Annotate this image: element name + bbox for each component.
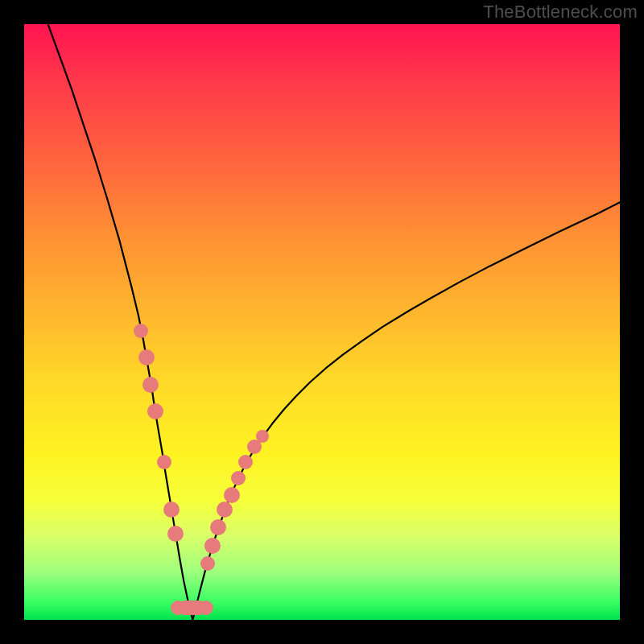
marker-dot-right-5 bbox=[231, 471, 246, 485]
curve-layer bbox=[24, 24, 620, 620]
marker-dot-left-1 bbox=[138, 349, 155, 365]
marker-dot-left-0 bbox=[134, 324, 148, 338]
marker-dot-right-1 bbox=[204, 538, 221, 554]
marker-dot-left-5 bbox=[163, 502, 180, 518]
chart-frame: TheBottleneck.com bbox=[0, 0, 644, 644]
attribution-label: TheBottleneck.com bbox=[483, 2, 638, 23]
plot-area bbox=[24, 24, 620, 620]
curve-right bbox=[192, 202, 620, 620]
marker-dot-left-3 bbox=[147, 403, 163, 419]
marker-dot-right-0 bbox=[200, 556, 215, 571]
marker-layer bbox=[24, 24, 620, 620]
marker-dot-right-7 bbox=[247, 440, 262, 454]
marker-dot-trough-cap-1 bbox=[199, 601, 213, 615]
marker-dot-right-6 bbox=[238, 455, 253, 469]
marker-dot-right-8 bbox=[256, 430, 269, 443]
curve-left bbox=[48, 24, 193, 620]
marker-dot-right-2 bbox=[210, 519, 226, 535]
marker-dot-left-6 bbox=[167, 526, 184, 542]
marker-dot-right-3 bbox=[217, 502, 233, 518]
marker-dot-left-2 bbox=[142, 377, 159, 393]
marker-dot-right-4 bbox=[224, 487, 240, 503]
marker-dot-trough-cap-0 bbox=[171, 601, 185, 615]
marker-dot-left-4 bbox=[157, 455, 171, 469]
trough-band bbox=[178, 601, 207, 615]
